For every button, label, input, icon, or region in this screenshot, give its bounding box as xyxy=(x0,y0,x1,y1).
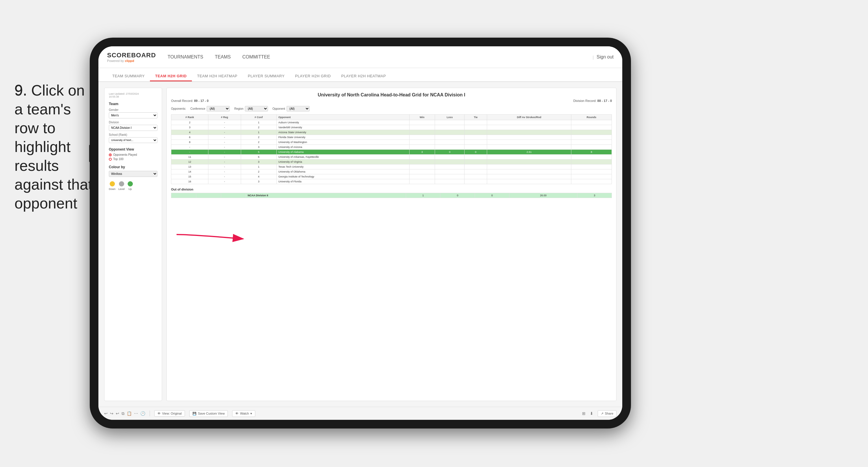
table-row[interactable]: 11 - 6 University of Arkansas, Fayettevi… xyxy=(172,155,612,159)
col-rank: # Rank xyxy=(172,115,208,120)
table-row[interactable]: 2 - 1 Auburn University xyxy=(172,120,612,125)
toolbar-icons-left: ↩ ↪ ↩ ⧉ 📋 ⋯ 🕐 xyxy=(104,411,145,416)
cell-reg: - xyxy=(208,169,241,174)
tab-player-summary[interactable]: PLAYER SUMMARY xyxy=(243,71,290,81)
table-row[interactable]: 15 - 4 Georgia Institute of Technology xyxy=(172,174,612,179)
view-original-button[interactable]: 👁 View: Original xyxy=(154,410,185,417)
table-row[interactable]: 13 - 1 Texas Tech University xyxy=(172,165,612,169)
share-icon: ↗ xyxy=(601,412,603,415)
table-row[interactable]: - - 5 University of Alabama 3 0 0 2.61 8 xyxy=(172,150,612,155)
save-icon: 💾 xyxy=(192,412,196,415)
cell-loss xyxy=(435,174,465,179)
out-div-col2 xyxy=(196,193,221,198)
undo2-icon[interactable]: ↩ xyxy=(116,411,119,416)
cell-reg: - xyxy=(208,150,241,155)
main-content: Last Updated: 27/03/2024 16:55:38 Team G… xyxy=(98,82,622,407)
toolbar-icon-grid[interactable]: ⊞ xyxy=(582,411,586,416)
redo-icon[interactable]: ↪ xyxy=(110,411,114,416)
cell-conf: 1 xyxy=(241,165,276,169)
tab-player-h2h-heatmap[interactable]: PLAYER H2H HEATMAP xyxy=(336,71,391,81)
radio-opponents-played[interactable]: Opponents Played xyxy=(109,153,157,156)
nav-committee[interactable]: COMMITTEE xyxy=(242,52,270,62)
nav-teams[interactable]: TEAMS xyxy=(215,52,231,62)
out-div-loss: 0 xyxy=(440,193,475,198)
cell-opponent: University of Virginia xyxy=(276,159,409,165)
more-icon[interactable]: ⋯ xyxy=(134,411,138,416)
cell-opponent: University of Alabama xyxy=(276,150,409,155)
cell-loss xyxy=(435,120,465,125)
cell-diff xyxy=(487,165,571,169)
cell-loss xyxy=(435,145,465,150)
division-select[interactable]: NCAA Division I xyxy=(109,125,157,131)
legend-level-circle xyxy=(119,181,124,186)
cell-rank: - xyxy=(172,145,208,150)
opponent-filter: Opponent (All) xyxy=(272,106,310,112)
cell-tie xyxy=(465,159,487,165)
cell-conf: 1 xyxy=(241,120,276,125)
tab-player-h2h-grid[interactable]: PLAYER H2H GRID xyxy=(290,71,336,81)
cell-loss xyxy=(435,179,465,184)
conference-filter: Conference (All) xyxy=(190,106,230,112)
tab-team-h2h-heatmap[interactable]: TEAM H2H HEATMAP xyxy=(192,71,243,81)
cell-rounds xyxy=(571,155,612,159)
school-select[interactable]: University of Nort... xyxy=(109,137,157,143)
cell-rank: 3 xyxy=(172,125,208,130)
out-of-division-header: Out of division xyxy=(171,187,612,191)
share-button[interactable]: ↗ Share xyxy=(598,410,617,417)
cell-reg: - xyxy=(208,145,241,150)
cell-opponent: University of Arkansas, Fayetteville xyxy=(276,155,409,159)
table-row[interactable]: 6 - 2 Florida State University xyxy=(172,135,612,140)
tab-team-h2h-grid[interactable]: TEAM H2H GRID xyxy=(150,71,192,81)
cell-tie xyxy=(465,179,487,184)
table-row[interactable]: 8 - 2 University of Washington xyxy=(172,140,612,145)
table-row[interactable]: 3 - 2 Vanderbilt University xyxy=(172,125,612,130)
cell-rounds: 8 xyxy=(571,150,612,155)
division-label: Division xyxy=(109,121,157,124)
col-rounds: Rounds xyxy=(571,115,612,120)
copy-icon[interactable]: ⧉ xyxy=(122,411,124,416)
paste-icon[interactable]: 📋 xyxy=(127,411,132,416)
cell-conf: 4 xyxy=(241,174,276,179)
out-div-diff: 26.00 xyxy=(509,193,578,198)
table-row[interactable]: 12 - 3 University of Virginia xyxy=(172,159,612,165)
radio-top100[interactable]: Top 100 xyxy=(109,157,157,161)
cell-rounds xyxy=(571,125,612,130)
table-row[interactable]: 4 - 1 Arizona State University xyxy=(172,130,612,135)
cell-tie xyxy=(465,165,487,169)
cell-rank: 16 xyxy=(172,179,208,184)
watch-button[interactable]: 👁 Watch ▾ xyxy=(232,410,255,417)
h2h-table: # Rank # Reg # Conf Opponent Win Loss Ti… xyxy=(171,114,612,184)
conference-select[interactable]: (All) xyxy=(207,106,230,112)
save-custom-view-button[interactable]: 💾 Save Custom View xyxy=(189,410,228,417)
cell-diff xyxy=(487,135,571,140)
out-div-tie: 0 xyxy=(475,193,509,198)
colour-select[interactable]: Win/loss xyxy=(109,171,157,177)
region-select[interactable]: (All) xyxy=(245,106,268,112)
legend-up-circle xyxy=(128,181,133,186)
col-win: Win xyxy=(409,115,435,120)
step-number: 9. xyxy=(14,82,27,99)
sign-out-link[interactable]: Sign out xyxy=(596,52,614,62)
toolbar-icon-down[interactable]: ⬇ xyxy=(590,411,593,416)
cell-win xyxy=(409,174,435,179)
cell-conf: 3 xyxy=(241,145,276,150)
out-div-row[interactable]: NCAA Division II 1 0 0 26.00 3 xyxy=(172,193,612,198)
cell-win xyxy=(409,179,435,184)
tab-team-summary[interactable]: TEAM SUMMARY xyxy=(107,71,150,81)
table-row[interactable]: 16 - 3 University of Florida xyxy=(172,179,612,184)
undo-icon[interactable]: ↩ xyxy=(104,411,108,416)
cell-win xyxy=(409,120,435,125)
legend-row: Down Level Up xyxy=(109,181,157,191)
cell-rounds xyxy=(571,169,612,174)
table-row[interactable]: - - 3 University of Arizona xyxy=(172,145,612,150)
clock-icon[interactable]: 🕐 xyxy=(141,411,145,416)
col-opponent: Opponent xyxy=(276,115,409,120)
cell-diff xyxy=(487,145,571,150)
cell-reg: - xyxy=(208,120,241,125)
nav-tournaments[interactable]: TOURNAMENTS xyxy=(167,52,203,62)
cell-conf: 2 xyxy=(241,135,276,140)
cell-diff xyxy=(487,159,571,165)
opponent-select[interactable]: (All) xyxy=(286,106,310,112)
table-row[interactable]: 14 - 2 University of Oklahoma xyxy=(172,169,612,174)
gender-select[interactable]: Men's xyxy=(109,112,157,118)
